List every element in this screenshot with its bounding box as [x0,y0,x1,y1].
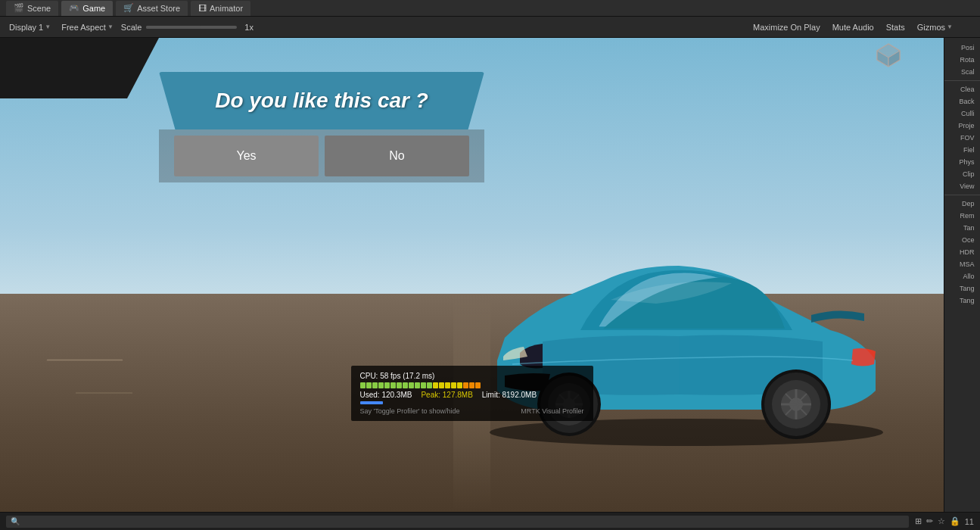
panel-item-msa[interactable]: MSA [947,259,978,270]
panel-item-clea[interactable]: Clea [947,84,978,95]
cpu-stats-text: CPU: 58 fps (17.2 ms) [360,372,435,380]
mem-seg-13 [433,382,438,388]
memory-bar [360,382,481,388]
mem-seg-12 [427,382,432,388]
panel-item-posi[interactable]: Posi [947,42,978,53]
aspect-arrow-icon: ▼ [107,23,114,30]
panel-item-oce[interactable]: Oce [947,235,978,245]
gizmos-arrow-icon: ▼ [947,23,953,30]
dialog-yes-button[interactable]: Yes [174,136,319,176]
panel-item-proje[interactable]: Proje [947,120,978,131]
dialog-question: Do you like this car ? [215,89,428,112]
road-stripe-1 [47,360,123,361]
stats-hint-left: Say 'Toggle Profiler' to show/hide [360,407,460,415]
mem-seg-9 [409,382,414,388]
bottom-bar: 🔍 ⊞ ✏ ☆ 🔒 11 [0,512,980,530]
tail-light-right [851,348,876,366]
mem-seg-2 [366,382,372,388]
tab-asset-store[interactable]: 🛒 Asset Store [116,1,188,16]
mem-seg-7 [397,382,402,388]
mem-seg-14 [439,382,444,388]
mem-seg-5 [384,382,390,388]
display-label: Display 1 [9,23,43,32]
tab-animator-label: Animator [210,4,243,13]
panel-item-tan2[interactable]: Tang [947,283,978,294]
mem-seg-17 [457,382,462,388]
maximize-label: Maximize On Play [753,23,820,32]
spoiler [811,310,864,323]
pencil-icon[interactable]: ✏ [926,516,933,526]
scene-icon: 🎬 [14,3,24,13]
scale-track [146,26,201,29]
memory-bar-row [360,382,584,388]
mem-seg-15 [445,382,450,388]
search-bar[interactable]: 🔍 [6,516,909,528]
panel-item-rem[interactable]: Rem [947,210,978,221]
layers-icon[interactable]: ⊞ [915,516,922,526]
gizmos-button[interactable]: Gizmos ▼ [914,21,956,33]
dialog-no-button[interactable]: No [325,136,469,176]
panel-item-tan3[interactable]: Tang [947,295,978,306]
game-viewport: Do you like this car ? Yes No [0,38,944,512]
panel-item-clip[interactable]: Clip [947,169,978,179]
aspect-label: Free Aspect [61,23,106,32]
panel-item-fov[interactable]: FOV [947,132,978,143]
tab-scene[interactable]: 🎬 Scene [6,1,58,16]
star-icon[interactable]: ☆ [938,516,945,526]
panel-item-allo[interactable]: Allo [947,271,978,282]
panel-item-scal[interactable]: Scal [947,67,978,77]
lock-icon[interactable]: 🔒 [950,516,960,526]
tab-asset-store-label: Asset Store [137,4,180,13]
stats-hint-row: Say 'Toggle Profiler' to show/hide MRTK … [360,407,584,415]
panel-item-rota[interactable]: Rota [947,55,978,65]
game-icon: 🎮 [69,3,79,13]
gizmos-label: Gizmos [917,23,945,32]
main-area: Do you like this car ? Yes No [0,38,980,512]
scale-label: Scale [121,23,142,32]
panel-divider-1 [944,80,980,81]
badge-count: 11 [965,517,974,526]
toolbar-left: Display 1 ▼ Free Aspect ▼ Scale 1x [6,21,744,33]
mem-seg-10 [415,382,420,388]
memory-values-row: Used: 120.3MB Peak: 127.8MB Limit: 8192.… [360,391,584,399]
mem-seg-6 [390,382,396,388]
dialog-header: Do you like this car ? [159,72,484,129]
panel-item-hdr[interactable]: HDR [947,247,978,257]
panel-item-view[interactable]: View [947,181,978,192]
panel-item-culli[interactable]: Culli [947,108,978,119]
mem-seg-20 [475,382,481,388]
tab-game[interactable]: 🎮 Game [61,1,113,16]
tab-game-label: Game [82,4,105,13]
mem-seg-4 [378,382,384,388]
panel-item-back[interactable]: Back [947,96,978,107]
bottom-icons: ⊞ ✏ ☆ 🔒 11 [915,516,974,526]
aspect-dropdown[interactable]: Free Aspect ▼ [58,21,117,33]
search-icon: 🔍 [11,517,20,525]
maximize-on-play-button[interactable]: Maximize On Play [750,21,823,33]
panel-item-phys[interactable]: Phys [947,157,978,167]
tab-animator[interactable]: 🎞 Animator [191,1,250,16]
mem-seg-3 [372,382,378,388]
asset-store-icon: 🛒 [123,3,134,13]
scale-slider[interactable] [146,26,237,29]
display-arrow-icon: ▼ [45,23,51,30]
tab-scene-label: Scene [27,4,51,13]
mem-seg-11 [421,382,426,388]
mem-used-bar [360,401,584,404]
road-stripe-2 [76,392,132,393]
stats-hint-right: MRTK Visual Profiler [521,407,583,415]
stats-button[interactable]: Stats [883,21,908,33]
display-dropdown[interactable]: Display 1 ▼ [6,21,54,33]
right-panel: Posi Rota Scal Clea Back Culli Proje FOV… [944,38,980,512]
3d-cube-icon [875,42,902,69]
mute-audio-button[interactable]: Mute Audio [829,21,877,33]
mem-seg-1 [360,382,366,388]
mute-label: Mute Audio [832,23,874,32]
dialog-box: Do you like this car ? Yes No [159,72,484,182]
panel-item-tan1[interactable]: Tan [947,223,978,233]
mem-seg-8 [403,382,408,388]
cube-icon-area [875,42,902,72]
panel-item-fiel[interactable]: Fiel [947,145,978,155]
panel-item-dep[interactable]: Dep [947,198,978,209]
stats-overlay: CPU: 58 fps (17.2 ms) [351,366,593,421]
